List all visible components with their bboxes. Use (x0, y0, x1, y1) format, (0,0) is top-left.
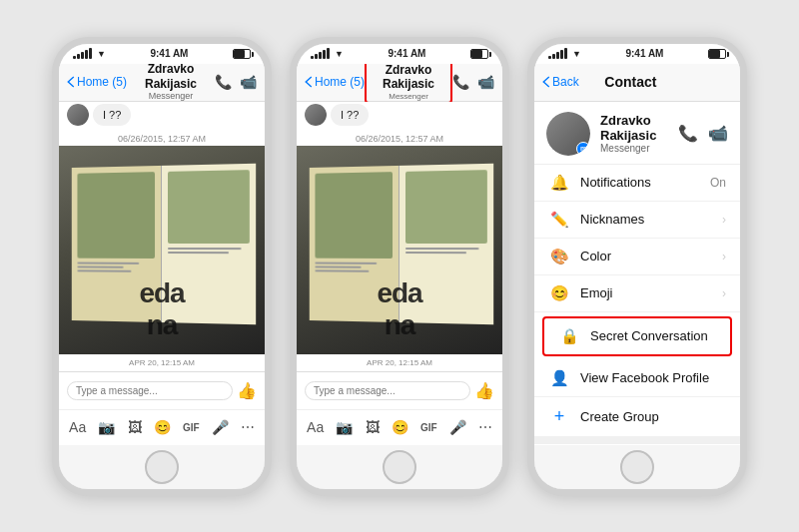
nav-bar-1: Home (5) Zdravko Rakijasic Messenger 📞 📹 (59, 64, 265, 102)
contact-info: Zdravko Rakijasic Messenger (600, 113, 668, 154)
contact-avatar: m (546, 112, 590, 156)
phone-1: ▼ 9:41 AM Home (5) Zdravko Rakijasic Mes… (52, 37, 272, 496)
signal-icon-3 (548, 48, 567, 59)
gif-icon-1[interactable]: GIF (183, 422, 200, 433)
back-button-3[interactable]: Back (542, 75, 579, 89)
menu-item-secret-conversation[interactable]: 🔒 Secret Conversation (544, 318, 730, 354)
nav-title-3: Contact (579, 74, 682, 91)
contact-name: Zdravko Rakijasic (600, 113, 668, 143)
call-icon-2[interactable]: 📞 (452, 74, 469, 90)
battery-icon-3 (708, 49, 726, 59)
font-icon-1[interactable]: Aa (69, 419, 86, 435)
back-button-1[interactable]: Home (5) (67, 75, 127, 89)
menu-item-fb-profile[interactable]: 👤 View Facebook Profile (534, 360, 740, 397)
chat-toolbar-1: Aa 📷 🖼 😊 GIF 🎤 ⋯ (59, 409, 265, 445)
status-bar-1: ▼ 9:41 AM (59, 44, 265, 64)
menu-item-emoji[interactable]: 😊 Emoji › (534, 275, 740, 312)
more-icon-2[interactable]: ⋯ (478, 419, 492, 435)
fb-profile-label: View Facebook Profile (580, 370, 726, 385)
chat-bubble-them-1: I ?? (59, 102, 265, 128)
phone-bottom-2 (297, 445, 502, 489)
audio-icon-2[interactable]: 🎤 (449, 419, 466, 435)
chat-message-2: I ?? (331, 104, 369, 126)
like-icon-2[interactable]: 👍 (474, 381, 494, 400)
chat-date-bottom-2: APR 20, 12:15 AM (297, 354, 502, 371)
notification-icon: 🔔 (548, 174, 570, 192)
call-icon-3[interactable]: 📞 (678, 124, 698, 143)
notifications-label: Notifications (580, 175, 700, 190)
color-label: Color (580, 249, 712, 264)
chat-area-2: I ?? 06/26/2015, 12:57 AM (297, 102, 502, 371)
chat-date-top-2: 06/26/2015, 12:57 AM (297, 128, 502, 146)
more-icon-1[interactable]: ⋯ (241, 419, 255, 435)
phone-3: ▼ 9:41 AM Back Contact m Zdravko Rakijas… (527, 37, 747, 496)
avatar-them-2 (305, 104, 327, 126)
nav-title-2: Zdravko Rakijasic Messenger (365, 64, 452, 105)
like-icon-1[interactable]: 👍 (237, 381, 257, 400)
font-icon-2[interactable]: Aa (307, 419, 324, 435)
video-icon-1[interactable]: 📹 (240, 74, 257, 90)
battery-icon (233, 49, 251, 59)
home-button-3[interactable] (620, 450, 654, 484)
nav-icons-1: 📞 📹 (215, 74, 257, 90)
avatar-them-1 (67, 104, 89, 126)
home-button-2[interactable] (383, 450, 416, 484)
chat-input-2[interactable] (305, 381, 470, 400)
lock-icon: 🔒 (558, 327, 580, 345)
nav-icons-2: 📞 📹 (452, 74, 494, 90)
emoji-chevron: › (722, 286, 726, 300)
create-group-label: Create Group (580, 409, 726, 424)
sticker-icon-2[interactable]: 😊 (392, 419, 408, 435)
video-icon-3[interactable]: 📹 (708, 124, 728, 143)
call-icon-1[interactable]: 📞 (215, 74, 232, 90)
screen-2: Home (5) Zdravko Rakijasic Messenger 📞 📹… (297, 64, 502, 445)
audio-icon-1[interactable]: 🎤 (212, 419, 229, 435)
signal-icon-2 (311, 48, 330, 59)
sticker-icon-1[interactable]: 😊 (154, 419, 171, 435)
emoji-label: Emoji (580, 285, 712, 300)
phone-bottom-3 (534, 445, 740, 489)
chat-toolbar-2: Aa 📷 🖼 😊 GIF 🎤 ⋯ (297, 409, 502, 445)
emoji-icon: 😊 (548, 284, 570, 302)
menu-item-notifications[interactable]: 🔔 Notifications On (534, 165, 740, 202)
chat-input-bar-1: 👍 (59, 371, 265, 409)
image-icon-1[interactable]: 🖼 (128, 419, 142, 435)
time-display-3: 9:41 AM (625, 48, 663, 59)
image-icon-2[interactable]: 🖼 (366, 419, 380, 435)
contact-action-icons: 📞 📹 (678, 124, 728, 143)
menu-item-nicknames[interactable]: ✏️ Nicknames › (534, 202, 740, 239)
menu-item-block[interactable]: Block › (534, 444, 740, 445)
chat-bubble-them-2: I ?? (297, 102, 502, 128)
color-icon: 🎨 (548, 248, 570, 266)
chat-date-bottom-1: APR 20, 12:15 AM (59, 354, 265, 371)
screen-1: Home (5) Zdravko Rakijasic Messenger 📞 📹… (59, 64, 265, 445)
nav-bar-2: Home (5) Zdravko Rakijasic Messenger 📞 📹 (297, 64, 502, 102)
secret-conversation-highlight: 🔒 Secret Conversation (542, 316, 732, 356)
gif-icon-2[interactable]: GIF (420, 422, 437, 433)
time-display-2: 9:41 AM (388, 48, 425, 59)
home-button-1[interactable] (145, 450, 179, 484)
screen-3: Back Contact m Zdravko Rakijasic Messeng… (534, 64, 740, 445)
camera-icon-2[interactable]: 📷 (336, 419, 353, 435)
menu-item-color[interactable]: 🎨 Color › (534, 239, 740, 275)
notifications-value: On (710, 176, 726, 190)
camera-icon-1[interactable]: 📷 (98, 419, 115, 435)
nav-title-1: Zdravko Rakijasic Messenger (127, 64, 215, 102)
phone-bottom-1 (59, 445, 265, 489)
chat-input-1[interactable] (67, 381, 233, 400)
video-icon-2[interactable]: 📹 (477, 74, 494, 90)
chat-message-1: I ?? (93, 104, 131, 126)
chat-area-1: I ?? 06/26/2015, 12:57 AM (59, 102, 265, 371)
contact-menu-list: 🔔 Notifications On ✏️ Nicknames › 🎨 Colo… (534, 165, 740, 445)
nicknames-chevron: › (722, 213, 726, 227)
chat-date-top-1: 06/26/2015, 12:57 AM (59, 128, 265, 146)
color-chevron: › (722, 250, 726, 264)
messenger-badge: m (576, 142, 590, 156)
create-group-icon: + (548, 406, 570, 427)
battery-icon-2 (470, 49, 488, 59)
menu-item-create-group[interactable]: + Create Group (534, 397, 740, 444)
chat-image-1: edana (59, 146, 265, 354)
chat-input-bar-2: 👍 (297, 371, 502, 409)
back-button-2[interactable]: Home (5) (305, 75, 365, 89)
contact-app: Messenger (600, 143, 668, 154)
